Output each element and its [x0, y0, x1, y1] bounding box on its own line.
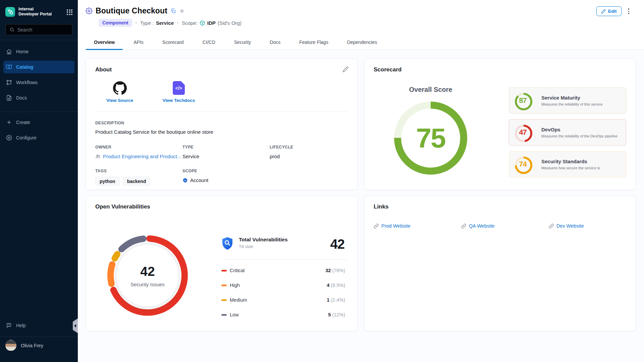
pencil-icon — [601, 9, 606, 14]
low-dash-icon — [221, 314, 227, 316]
type-value: Service — [156, 20, 174, 26]
severity-label: Low — [230, 312, 239, 317]
scope-cube-icon — [200, 20, 205, 26]
lifecycle-label: LIFECYCLE — [270, 145, 348, 149]
tab-docs[interactable]: Docs — [262, 35, 288, 50]
collapse-arrow-icon — [74, 324, 76, 327]
tab-security[interactable]: Security — [226, 35, 259, 50]
metric-score: 47 — [515, 125, 531, 140]
about-edit-pencil-icon[interactable] — [342, 66, 348, 72]
home-icon — [6, 49, 12, 55]
metric-card-security-standards[interactable]: 74 Security Standards Measures how secur… — [509, 151, 626, 177]
till-date-label: Till date — [239, 244, 288, 249]
copy-icon[interactable] — [170, 8, 176, 14]
about-title: About — [95, 66, 348, 73]
total-vulnerabilities-label: Total Vulnerabilities — [239, 237, 288, 243]
tab-cicd[interactable]: CI/CD — [195, 35, 223, 50]
star-icon[interactable] — [179, 8, 185, 14]
techdocs-icon: </> — [172, 81, 186, 95]
link-qa-website[interactable]: QA Website — [461, 223, 549, 229]
docs-icon — [6, 95, 12, 101]
tab-overview[interactable]: Overview — [86, 35, 123, 50]
medium-dash-icon — [221, 299, 227, 301]
gear-icon — [6, 135, 12, 141]
vulnerabilities-card: Open Vulnerabilities 42 Security Issues — [86, 196, 358, 331]
link-icon — [549, 224, 554, 229]
vulnerabilities-title: Open Vulnerabilities — [95, 203, 348, 210]
sidebar-item-label: Home — [16, 49, 29, 54]
scope-label: Scope: — [182, 20, 198, 26]
scope-org: (Sid's Org) — [218, 20, 241, 26]
content: About View Source </> View Techdocs DESC… — [78, 50, 644, 331]
sidebar-item-help[interactable]: ? Help — [3, 319, 74, 332]
link-label: Prod Website — [381, 223, 411, 229]
sidebar-item-home[interactable]: Home — [3, 45, 74, 58]
tab-scorecard[interactable]: Scorecard — [154, 35, 192, 50]
tags-label: TAGS — [95, 169, 182, 173]
metric-card-devops[interactable]: 47 DevOps Measures the reliability of th… — [509, 119, 626, 145]
apps-grid-icon[interactable] — [67, 9, 72, 15]
sidebar-item-label: Workflows — [16, 80, 38, 85]
scope-field-label: SCOPE — [182, 169, 348, 173]
catalog-icon — [6, 64, 12, 70]
dot-separator — [177, 22, 178, 23]
metric-donut: 87 — [515, 93, 531, 109]
tab-apis[interactable]: APIs — [125, 35, 152, 50]
tab-feature-flags[interactable]: Feature Flags — [291, 35, 336, 50]
link-label: Dev Website — [556, 223, 584, 229]
metric-donut: 47 — [515, 125, 531, 140]
sidebar-item-label: Configure — [16, 135, 37, 140]
brand-name: Internal Developer Portal — [18, 7, 63, 17]
help-icon: ? — [6, 322, 12, 328]
view-techdocs-label: View Techdocs — [163, 98, 195, 103]
view-source-link[interactable]: View Source — [98, 81, 142, 103]
link-prod-website[interactable]: Prod Website — [374, 223, 461, 229]
tag-chip[interactable]: backend — [123, 177, 151, 186]
edit-button-label: Edit — [608, 9, 617, 14]
user-menu[interactable]: Olivia Frey — [0, 337, 78, 362]
sidebar-item-workflows[interactable]: Workflows — [3, 76, 74, 89]
scope-field-value: Account — [190, 177, 208, 183]
view-techdocs-link[interactable]: </> View Techdocs — [157, 81, 201, 103]
severity-count: 4 — [327, 283, 329, 288]
vulnerabilities-donut: 42 Security Issues — [107, 235, 188, 316]
owner-link[interactable]: Product Engineering and Product... — [103, 154, 181, 159]
dot-separator — [136, 22, 137, 23]
scorecard-title: Scorecard — [374, 66, 626, 73]
edit-button[interactable]: Edit — [596, 6, 622, 16]
severity-pct: (76%) — [332, 268, 345, 273]
link-dev-website[interactable]: Dev Website — [549, 223, 636, 229]
more-menu-icon[interactable] — [627, 7, 631, 15]
sidebar-item-catalog[interactable]: Catalog — [3, 61, 74, 73]
sidebar-item-configure[interactable]: Configure — [3, 131, 74, 144]
metric-desc: Measures how secure the service is — [541, 166, 600, 170]
sidebar-item-docs[interactable]: Docs — [3, 92, 74, 104]
metric-score: 74 — [515, 157, 531, 172]
vulnerabilities-count: 42 — [140, 264, 155, 279]
scope-value: IDP — [207, 20, 216, 26]
scorecard-card: Scorecard Overall Score 75 87 Service Ma… — [364, 59, 636, 190]
tag-chip[interactable]: python — [95, 177, 120, 186]
link-icon — [461, 224, 466, 229]
owner-label: OWNER — [95, 145, 182, 149]
severity-pct: (12%) — [332, 312, 345, 317]
critical-dash-icon — [221, 270, 227, 272]
links-card: Links Prod Website QA Website Dev Websit… — [364, 196, 636, 331]
search-input[interactable]: Search — [5, 24, 72, 35]
sidebar: Internal Developer Portal Search Home Ca… — [0, 0, 78, 362]
github-icon — [113, 81, 127, 95]
metric-name: Service Maturity — [541, 95, 603, 101]
brand-line1: Internal — [18, 7, 63, 12]
tab-dependencies[interactable]: Dependencies — [339, 35, 385, 50]
metric-card-service-maturity[interactable]: 87 Service Maturity Measures the reliabi… — [509, 87, 626, 114]
brand-line2: Developer Portal — [18, 12, 63, 17]
sidebar-item-create[interactable]: Create — [3, 116, 74, 129]
search-placeholder: Search — [17, 27, 32, 33]
about-divider — [95, 111, 348, 112]
severity-label: Critical — [230, 268, 245, 273]
metric-name: Security Standards — [541, 159, 600, 164]
overall-score-value: 75 — [394, 102, 467, 175]
severity-label: Medium — [230, 297, 247, 303]
severity-label: High — [230, 283, 240, 288]
overall-score-label: Overall Score — [409, 86, 452, 94]
